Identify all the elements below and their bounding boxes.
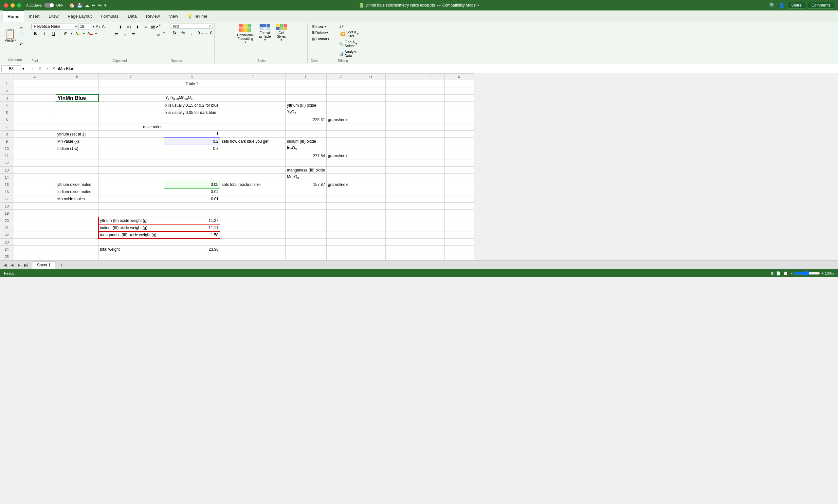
cell-K18[interactable] xyxy=(444,202,474,210)
minimize-window-btn[interactable] xyxy=(11,3,15,7)
row-header-22[interactable]: 22 xyxy=(0,231,14,238)
cell-B5[interactable] xyxy=(56,109,99,116)
cell-I18[interactable] xyxy=(385,202,415,210)
row-header-3[interactable]: 3 xyxy=(0,94,14,102)
cell-B9[interactable]: Mn value (x) xyxy=(56,138,99,145)
cell-G18[interactable] xyxy=(326,202,356,210)
cell-F13[interactable]: manganese (III) oxide xyxy=(285,166,326,174)
cell-G2[interactable] xyxy=(326,87,356,94)
formula-input[interactable] xyxy=(51,66,837,72)
cell-J9[interactable] xyxy=(415,138,444,145)
cell-G6[interactable]: grams/mole xyxy=(326,116,356,123)
cell-K13[interactable] xyxy=(444,166,474,174)
cell-B17[interactable]: Mn oxide moles xyxy=(56,195,99,202)
cell-I20[interactable] xyxy=(385,217,415,224)
cell-F3[interactable] xyxy=(285,94,326,102)
cell-A14[interactable] xyxy=(14,174,56,181)
cell-E19[interactable] xyxy=(220,210,285,217)
cell-I25[interactable] xyxy=(385,253,415,260)
last-sheet-btn[interactable]: ▶| xyxy=(23,262,30,268)
cell-H16[interactable] xyxy=(356,188,385,195)
cell-C25[interactable] xyxy=(99,253,164,260)
cell-C2[interactable] xyxy=(99,87,164,94)
cell-K14[interactable] xyxy=(444,174,474,181)
copy-button[interactable]: 📄 xyxy=(17,32,25,39)
cell-A10[interactable] xyxy=(14,145,56,152)
fill-dropdown[interactable]: ▾ xyxy=(83,32,85,35)
cell-F11[interactable]: 277.84 xyxy=(285,152,326,159)
cell-G15[interactable]: grams/mole xyxy=(326,181,356,188)
cell-K20[interactable] xyxy=(444,217,474,224)
first-sheet-btn[interactable]: |◀ xyxy=(1,262,8,268)
autosave-toggle[interactable] xyxy=(44,3,54,7)
cell-D23[interactable] xyxy=(164,238,220,246)
col-header-C[interactable]: C xyxy=(99,74,164,80)
row-header-5[interactable]: 5 xyxy=(0,109,14,116)
align-top-btn[interactable]: ⬆ xyxy=(117,23,124,31)
cell-I8[interactable] xyxy=(385,130,415,138)
cell-B21[interactable] xyxy=(56,224,99,231)
cell-E8[interactable] xyxy=(220,130,285,138)
cell-E4[interactable] xyxy=(220,102,285,109)
cell-D7[interactable] xyxy=(164,123,220,130)
cell-D24[interactable]: 23.96 xyxy=(164,246,220,253)
cell-A1[interactable] xyxy=(14,80,56,87)
zoom-slider[interactable] xyxy=(794,271,820,276)
cell-K11[interactable] xyxy=(444,152,474,159)
cell-A5[interactable] xyxy=(14,109,56,116)
cell-A9[interactable] xyxy=(14,138,56,145)
prev-sheet-btn[interactable]: ◀ xyxy=(8,262,15,268)
cell-I12[interactable] xyxy=(385,159,415,166)
cell-D19[interactable] xyxy=(164,210,220,217)
cell-J11[interactable] xyxy=(415,152,444,159)
cell-D1[interactable]: Table 1 xyxy=(164,80,220,87)
decrease-indent-btn[interactable]: ← xyxy=(138,32,146,39)
cell-K7[interactable] xyxy=(444,123,474,130)
cell-J12[interactable] xyxy=(415,159,444,166)
row-header-19[interactable]: 19 xyxy=(0,210,14,217)
merge-center-btn[interactable]: ⊕ xyxy=(155,32,163,39)
cell-K16[interactable] xyxy=(444,188,474,195)
cell-J20[interactable] xyxy=(415,217,444,224)
cell-B12[interactable] xyxy=(56,159,99,166)
tab-draw[interactable]: Draw xyxy=(44,11,63,22)
align-bottom-btn[interactable]: ⬇ xyxy=(133,23,141,31)
cell-D3[interactable]: Y1In(1-x)Mn(x)O3 xyxy=(164,94,220,102)
cell-F7[interactable] xyxy=(285,123,326,130)
cell-B23[interactable] xyxy=(56,238,99,246)
conditional-formatting-button[interactable]: ConditionalFormatting ▾ xyxy=(235,23,255,58)
share-drive-icon[interactable]: ☁ xyxy=(85,3,89,8)
cell-H1[interactable] xyxy=(356,80,385,87)
cell-H2[interactable] xyxy=(356,87,385,94)
row-header-10[interactable]: 10 xyxy=(0,145,14,152)
tab-page-layout[interactable]: Page Layout xyxy=(63,11,96,22)
cell-C1[interactable] xyxy=(99,80,164,87)
cell-G17[interactable] xyxy=(326,195,356,202)
formula-insert-fn-icon[interactable]: fx xyxy=(44,67,50,71)
cell-F16[interactable] xyxy=(285,188,326,195)
cell-H4[interactable] xyxy=(356,102,385,109)
redo-icon[interactable]: ↪ xyxy=(98,3,102,8)
sheet-tab-sheet1[interactable]: Sheet 1 xyxy=(32,262,55,269)
cell-K8[interactable] xyxy=(444,130,474,138)
close-window-btn[interactable] xyxy=(4,3,8,7)
col-header-J[interactable]: J xyxy=(415,74,444,80)
cell-A4[interactable] xyxy=(14,102,56,109)
cell-J5[interactable] xyxy=(415,109,444,116)
cell-I15[interactable] xyxy=(385,181,415,188)
cell-E21[interactable] xyxy=(220,224,285,231)
zoom-in-btn[interactable]: + xyxy=(821,271,823,275)
tab-formulas[interactable]: Formulas xyxy=(96,11,123,22)
font-size-dropdown[interactable]: ▾ xyxy=(93,25,94,28)
cell-A2[interactable] xyxy=(14,87,56,94)
cell-H8[interactable] xyxy=(356,130,385,138)
cell-K25[interactable] xyxy=(444,253,474,260)
underline-button[interactable]: U xyxy=(50,30,58,37)
cell-G19[interactable] xyxy=(326,210,356,217)
next-sheet-btn[interactable]: ▶ xyxy=(16,262,22,268)
cell-G11[interactable]: grams/mole xyxy=(326,152,356,159)
cell-C4[interactable] xyxy=(99,102,164,109)
cell-C10[interactable] xyxy=(99,145,164,152)
cell-D6[interactable] xyxy=(164,116,220,123)
find-select-button[interactable]: 🔍 Find &Select ▾ xyxy=(338,39,368,49)
